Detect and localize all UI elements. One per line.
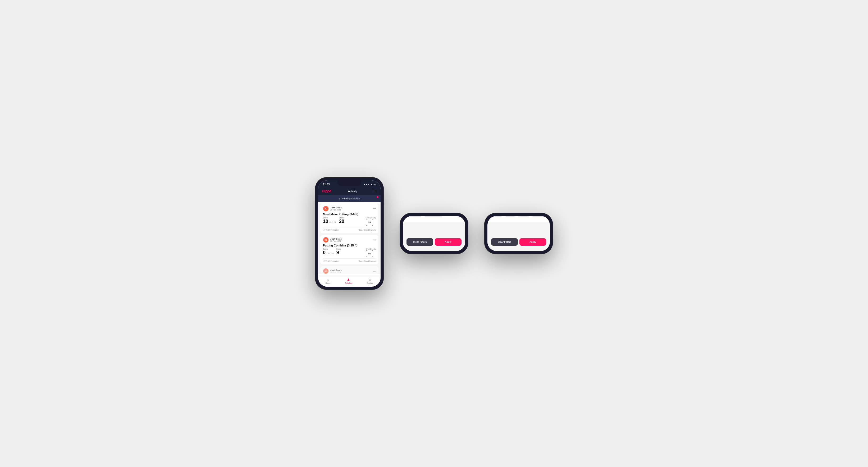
phone-1: 11:33 ▲▲▲ ▲ 51 clippd Activity ☰ ⊞ Viewi… — [315, 177, 384, 290]
clear-filters-btn-2[interactable]: Clear Filters — [406, 238, 433, 246]
quality-stat-2: Shot Quality 45 — [366, 248, 376, 257]
quality-label-2: Shot Quality — [366, 248, 376, 250]
activity-list-1: JC Josh Coles 28 Feb 2023 ••• Must Make … — [318, 204, 380, 274]
filter-footer-2: Clear Filters Apply — [403, 236, 465, 249]
info-text-1: Test Information — [326, 229, 339, 231]
avatar-1: JC — [323, 206, 329, 212]
card-title-1: Must Make Putting (3-6 ft) — [323, 213, 376, 216]
nav-home-1[interactable]: ⌂ Home — [325, 278, 330, 284]
card-data-1: Data: Clippd Capture — [359, 229, 376, 231]
practice-round-btn-2[interactable]: Practice — [406, 216, 422, 217]
status-icons-1: ▲▲▲ ▲ 51 — [363, 183, 376, 186]
activities-label-1: Activities — [345, 282, 352, 284]
user-name-1: Josh Coles — [330, 207, 342, 209]
nav-bar-1: clippd Activity ☰ — [318, 187, 380, 195]
activity-card-3-partial[interactable]: JC Josh Coles 28 Feb 2023 ••• — [320, 266, 378, 274]
score-value-2: 0 — [323, 250, 326, 255]
card-header-2: JC Josh Coles 28 Feb 2023 ••• — [323, 237, 376, 243]
user-info-2: JC Josh Coles 28 Feb 2023 — [323, 237, 342, 243]
activity-card-2[interactable]: JC Josh Coles 28 Feb 2023 ••• Putting Co… — [320, 235, 378, 264]
user-details-3: Josh Coles 28 Feb 2023 — [330, 269, 342, 273]
shots-stat-1: Shots 20 — [339, 217, 344, 224]
user-details-1: Josh Coles 28 Feb 2023 — [330, 207, 342, 211]
card-stats-1: Score 10 OUT OF Shots 20 Shot Quality 75 — [323, 217, 376, 226]
drills-btn-group-3: OTT APP ARG PUTT — [491, 216, 546, 217]
card-stats-2: Score 0 OUT OF Shots 9 Shot Quality 45 — [323, 248, 376, 257]
user-date-1: 28 Feb 2023 — [330, 209, 342, 211]
card-footer-1: ⓘ Test Information Data: Clippd Capture — [323, 227, 376, 231]
logo-1: clippd — [322, 189, 331, 193]
shots-stat-2: Shots 9 — [336, 248, 341, 255]
capture-label-1: Capture — [367, 282, 373, 284]
viewing-banner-1[interactable]: ⊞ Viewing Activities — [318, 195, 380, 202]
more-dots-2[interactable]: ••• — [373, 239, 376, 242]
score-stat-2: Score 0 OUT OF — [323, 248, 334, 255]
phone-2: 11:33 ▲▲▲ ▲ 51 clippd Activity ☰ ⊞ Viewi… — [400, 213, 468, 254]
ott-btn-3[interactable]: OTT — [491, 216, 503, 217]
filter-content-3: Show Rounds Practice Drills Practice Dri… — [488, 216, 550, 222]
putt-btn-3[interactable]: PUTT — [531, 216, 545, 217]
filter-icon-1: ⊞ — [339, 197, 341, 200]
notch — [338, 180, 361, 186]
score-value-1: 10 — [323, 219, 328, 224]
outof-1: OUT OF — [329, 221, 336, 223]
score-stat-1: Score 10 OUT OF — [323, 217, 336, 224]
capture-icon-1: ⊕ — [369, 278, 371, 282]
phone-3: 11:33 ▲▲▲ ▲ 51 clippd Activity ☰ ⊞ Viewi… — [484, 213, 553, 254]
user-details-2: Josh Coles 28 Feb 2023 — [330, 238, 342, 242]
filter-sheet-2: Filter ✕ Show Rounds Practice Drills Rou… — [403, 216, 465, 251]
quality-badge-1: 75 — [366, 219, 373, 226]
card-header-3: JC Josh Coles 28 Feb 2023 ••• — [323, 268, 376, 274]
bottom-nav-1: ⌂ Home ♟ Activities ⊕ Capture — [318, 276, 380, 287]
shots-label-2: Shots — [336, 248, 341, 250]
user-info-1: JC Josh Coles 28 Feb 2023 — [323, 206, 342, 212]
score-label-1: Score — [323, 217, 336, 219]
nav-title-1: Activity — [348, 190, 357, 193]
filter-sheet-3: Filter ✕ Show Rounds Practice Drills Pra… — [488, 216, 550, 251]
apply-btn-2[interactable]: Apply — [435, 238, 462, 246]
more-dots-1[interactable]: ••• — [373, 207, 376, 210]
filter-footer-3: Clear Filters Apply — [488, 236, 550, 249]
score-label-2: Score — [323, 248, 334, 250]
notification-dot-1 — [377, 196, 378, 198]
apply-btn-3[interactable]: Apply — [520, 238, 546, 246]
activities-icon-1: ♟ — [347, 278, 350, 282]
arg-btn-3[interactable]: ARG — [518, 216, 530, 217]
home-icon-1: ⌂ — [327, 278, 329, 282]
card-footer-2: ⓘ Test Information Data: Clippd Capture — [323, 258, 376, 262]
more-dots-3[interactable]: ••• — [373, 270, 376, 273]
scene: 11:33 ▲▲▲ ▲ 51 clippd Activity ☰ ⊞ Viewi… — [299, 161, 569, 306]
spacer-2 — [403, 222, 465, 236]
nav-activities-1[interactable]: ♟ Activities — [345, 278, 352, 284]
nav-capture-1[interactable]: ⊕ Capture — [367, 278, 373, 284]
activity-card-1[interactable]: JC Josh Coles 28 Feb 2023 ••• Must Make … — [320, 204, 378, 233]
card-data-2: Data: Clippd Capture — [359, 260, 376, 262]
card-title-2: Putting Combine (3-15 ft) — [323, 244, 376, 247]
avatar-2: JC — [323, 237, 329, 243]
user-date-3: 28 Feb 2023 — [330, 271, 342, 273]
tournament-btn-2[interactable]: Tournament — [424, 216, 443, 217]
signal-icon: ▲▲▲ — [363, 183, 370, 186]
quality-stat-1: Shot Quality 75 — [366, 217, 376, 226]
quality-badge-2: 45 — [366, 250, 373, 257]
shots-label-1: Shots — [339, 217, 344, 219]
wifi-icon: ▲ — [371, 183, 373, 186]
clear-filters-btn-3[interactable]: Clear Filters — [491, 238, 518, 246]
home-label-1: Home — [325, 282, 330, 284]
app-btn-3[interactable]: APP — [504, 216, 516, 217]
menu-icon-1[interactable]: ☰ — [374, 189, 377, 193]
battery-icon: 51 — [373, 183, 376, 186]
user-info-3: JC Josh Coles 28 Feb 2023 — [323, 268, 342, 274]
bottom-safe-area-3 — [488, 249, 550, 251]
rounds-btn-group-2: Practice Tournament — [406, 216, 462, 217]
card-info-1: ⓘ Test Information — [323, 228, 339, 231]
filter-content-2: Show Rounds Practice Drills Rounds Pract… — [403, 216, 465, 222]
bottom-safe-area-2 — [403, 249, 465, 251]
avatar-3: JC — [323, 268, 329, 274]
info-icon-1: ⓘ — [323, 228, 325, 231]
card-info-2: ⓘ Test Information — [323, 260, 339, 262]
banner-text-1: Viewing Activities — [342, 197, 361, 200]
phone-3-screen: 11:33 ▲▲▲ ▲ 51 clippd Activity ☰ ⊞ Viewi… — [488, 216, 550, 251]
user-name-2: Josh Coles — [330, 238, 342, 240]
info-text-2: Test Information — [326, 260, 339, 262]
